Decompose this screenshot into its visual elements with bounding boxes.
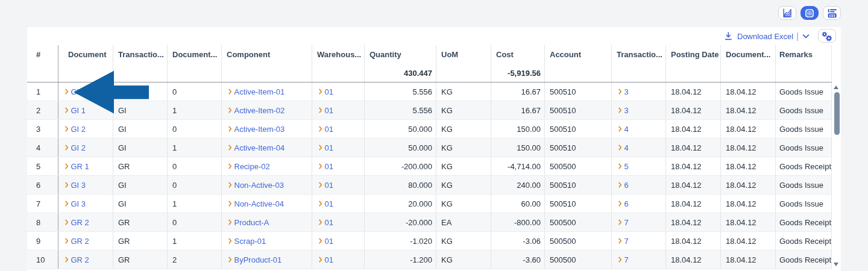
cell-link[interactable]: Recipe-02 [234,162,270,171]
cell: EA [436,213,491,231]
cell-link[interactable]: GR 1 [71,162,89,171]
chart-view-button[interactable] [778,6,796,20]
totals-row: 430.447-5,919.56 [27,64,832,83]
cell-link[interactable]: 01 [325,237,333,246]
cell-link[interactable]: 01 [325,143,333,152]
chevron-down-icon[interactable] [802,34,810,39]
cell-link[interactable]: GI 2 [71,125,86,134]
column-header[interactable]: Posting Date [666,45,721,64]
cell: 3 [612,101,666,119]
table-settings-button[interactable] [818,29,836,43]
cell: 7 [612,232,666,250]
cell: Goods Issue [776,83,832,101]
cell-link[interactable]: ByProduct-01 [234,255,282,264]
cell [113,64,168,82]
column-header[interactable]: UoM [436,45,491,64]
cell-link[interactable]: Product-A [234,218,269,227]
cell-link[interactable]: GI 1 [71,87,86,96]
column-header[interactable]: Remarks [776,45,832,64]
download-icon [724,31,733,41]
cell-link[interactable]: GR 2 [71,218,89,227]
cell: GI [113,101,168,119]
cell-link[interactable]: 7 [624,255,629,264]
cell-link[interactable]: GR 2 [71,237,89,246]
cell-link[interactable]: Active-Item-01 [234,87,285,96]
cell-link[interactable]: 4 [624,143,629,152]
cell-link[interactable]: 5 [624,162,629,171]
cell [312,64,365,82]
cell-link[interactable]: 01 [325,218,333,227]
cell: 500510 [545,120,612,138]
cell: 18.04.12 [666,157,721,175]
column-header[interactable]: Document [58,45,113,64]
cell: GI [113,195,168,213]
link-chevron-icon [618,126,621,132]
link-chevron-icon [319,107,322,113]
cell: Active-Item-03 [222,120,312,138]
cell-link[interactable]: 01 [325,162,333,171]
cell-link[interactable]: Active-Item-03 [234,125,285,134]
cell-link[interactable]: Active-Item-04 [234,143,285,152]
table-row: 6GI 3GI0Non-Active-030180.000KG240.00500… [27,176,832,195]
table-row: 4GI 2GI1Active-Item-040150.000KG150.0050… [27,139,832,157]
download-separator: | [796,31,799,41]
cell: 150.00 [491,120,545,138]
cell-link[interactable]: Active-Item-02 [234,106,285,115]
cell: 01 [312,176,365,194]
column-header[interactable]: Warehous... [312,45,365,64]
cell-link[interactable]: 6 [624,199,629,208]
cell-link[interactable]: Non-Active-03 [234,181,284,190]
cell: Goods Receipt [776,232,832,250]
table-view-button[interactable] [800,6,819,20]
link-chevron-icon [65,89,68,95]
cell: 1 [168,195,222,213]
cell-link[interactable]: 01 [325,125,333,134]
column-header[interactable]: Transactio... [113,45,168,64]
cell-link[interactable]: GI 3 [71,199,86,208]
cell: KG [436,251,491,269]
cell: 2 [27,101,58,119]
cell-link[interactable]: GI 1 [71,106,86,115]
cell-link[interactable]: Non-Active-04 [234,199,284,208]
cell: 18.04.12 [721,195,776,213]
cell-link[interactable]: Scrap-01 [234,237,266,246]
cell: GI 3 [58,176,113,194]
scrollbar-thumb[interactable] [834,92,840,135]
column-header[interactable]: Transactio... [612,45,666,64]
cell-link[interactable]: 01 [325,87,333,96]
cell: 18.04.12 [721,157,776,175]
column-header[interactable]: Account [545,45,612,64]
chart-table-view-button[interactable] [823,6,841,20]
download-excel-button[interactable]: Download Excel | [724,27,810,45]
link-chevron-icon [228,182,231,188]
cell-link[interactable]: 3 [624,87,629,96]
scroll-down-icon[interactable] [834,263,838,266]
column-header[interactable]: Document... [721,45,776,64]
scroll-up-icon[interactable] [834,86,838,89]
cell-link[interactable]: GI 2 [71,143,86,152]
cell-link[interactable]: 3 [624,106,629,115]
column-header[interactable]: Cost [491,45,545,64]
cell: 18.04.12 [666,232,721,250]
cell-link[interactable]: GI 3 [71,181,86,190]
cell-link[interactable]: 01 [325,199,333,208]
column-header[interactable]: # [27,45,58,64]
cell-link[interactable]: GR 2 [71,255,89,264]
cell-link[interactable]: 6 [624,181,629,190]
cell: 0 [168,83,222,101]
cell-link[interactable]: 01 [325,181,333,190]
column-header[interactable]: Component [222,45,312,64]
cell: Non-Active-04 [222,195,312,213]
cell: 18.04.12 [666,176,721,194]
cell: GI 3 [58,195,113,213]
cell-link[interactable]: 01 [325,106,333,115]
cell-link[interactable]: 4 [624,125,629,134]
cell-link[interactable]: 7 [624,218,629,227]
cell: 5.556 [365,83,436,101]
cell-link[interactable]: 01 [325,255,333,264]
cell-link[interactable]: 7 [624,237,629,246]
column-header[interactable]: Quantity [365,45,436,64]
cell: GI [113,176,168,194]
vertical-scrollbar[interactable] [832,83,841,271]
column-header[interactable]: Document... [168,45,222,64]
